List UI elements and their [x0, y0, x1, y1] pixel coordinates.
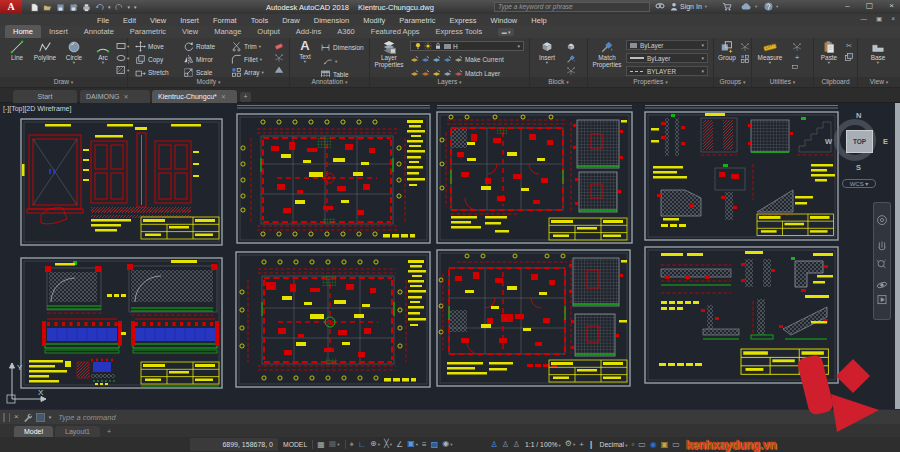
panel-label-layers[interactable]: Layers ▾: [370, 77, 529, 87]
tab-view[interactable]: View: [174, 25, 206, 38]
menu-file[interactable]: File: [90, 16, 116, 25]
circle-button[interactable]: Circle▾: [60, 39, 88, 65]
sheet-floor-plan-1[interactable]: [237, 114, 430, 243]
ungroup-icon[interactable]: [740, 42, 750, 52]
snap-mode-icon[interactable]: ▦▾: [329, 439, 340, 450]
panel-label-annotation[interactable]: Annotation ▾: [290, 77, 369, 87]
polyline-button[interactable]: Polyline: [31, 39, 59, 61]
qat-customize-icon[interactable]: ▾: [134, 4, 137, 10]
sheet-plan-sections-2[interactable]: [437, 250, 630, 386]
base-button[interactable]: Base▾: [864, 39, 892, 65]
new-layout-button[interactable]: +: [102, 426, 116, 437]
tab-insert[interactable]: Insert: [41, 25, 76, 38]
panel-label-view[interactable]: View ▾: [858, 77, 900, 87]
undo-icon[interactable]: [95, 3, 104, 12]
close-button[interactable]: ×: [889, 1, 894, 10]
search-icon[interactable]: [655, 2, 665, 11]
create-block-icon[interactable]: [566, 42, 576, 52]
tab-parametric[interactable]: Parametric: [122, 25, 174, 38]
plot-icon[interactable]: [82, 3, 91, 12]
annotation-scale-value[interactable]: 1:1 / 100%▾: [525, 441, 561, 448]
units-dropdown[interactable]: Decimal▾: [600, 441, 628, 448]
sheet-door-details[interactable]: [21, 119, 222, 245]
quick-properties-icon[interactable]: ▫: [631, 440, 634, 450]
workspace-switching-icon[interactable]: ⚙▾: [565, 439, 575, 450]
viewcube[interactable]: N S W E TOP WCS ▾: [830, 111, 888, 193]
ribbon-display-toggle-icon[interactable]: ▬ ▾: [498, 28, 514, 36]
annotation-visibility-icon[interactable]: ♙: [490, 440, 497, 450]
command-dropdown-icon[interactable]: ▾: [49, 414, 52, 420]
layer-tool-icon[interactable]: [454, 55, 463, 64]
move-button[interactable]: Move: [135, 41, 164, 52]
isolate-objects-icon[interactable]: ❙: [588, 440, 595, 450]
selection-cycling-icon[interactable]: ◉▾: [442, 439, 452, 450]
tab-close-icon[interactable]: ✕: [123, 93, 128, 100]
menu-help[interactable]: Help: [524, 16, 553, 25]
ellipse-icon[interactable]: [116, 53, 126, 63]
viewcube-north[interactable]: N: [856, 111, 861, 120]
viewcube-top-face[interactable]: TOP: [846, 130, 873, 153]
object-color-dropdown[interactable]: ByLayer▾: [626, 40, 708, 50]
new-tab-button[interactable]: +: [240, 92, 251, 102]
quick-select-icon[interactable]: +: [795, 54, 800, 62]
undo-dropdown-icon[interactable]: ▾: [108, 4, 111, 10]
sign-in-button[interactable]: Sign In ▾: [670, 2, 707, 11]
save-as-icon[interactable]: [69, 3, 78, 12]
command-input[interactable]: Type a command: [58, 413, 115, 422]
file-tab-kientruc-chungcu[interactable]: Kientruc-Chungcu*✕: [152, 90, 237, 103]
model-space-canvas[interactable]: [-][Top][2D Wireframe]: [0, 103, 900, 409]
annotation-scale-icon[interactable]: ♙: [513, 440, 520, 450]
menu-view[interactable]: View: [143, 16, 173, 25]
object-snap-tracking-icon[interactable]: ∠: [396, 440, 403, 450]
sheet-floor-plan-2[interactable]: [236, 252, 430, 387]
isometric-drafting-icon[interactable]: ╳▾: [384, 439, 392, 450]
rotate-button[interactable]: Rotate: [183, 41, 215, 52]
hatch-icon[interactable]: [116, 65, 126, 75]
store-cart-icon[interactable]: [722, 2, 732, 11]
polar-tracking-icon[interactable]: ⊕▾: [370, 439, 380, 450]
tab-express-tools[interactable]: Express Tools: [428, 25, 491, 38]
menu-parametric[interactable]: Parametric: [392, 16, 442, 25]
leader-button[interactable]: ▾: [322, 56, 337, 67]
command-close-icon[interactable]: ×: [14, 413, 19, 421]
drawing-content[interactable]: Y X: [0, 103, 900, 409]
tab-manage[interactable]: Manage: [206, 25, 249, 38]
panel-label-modify[interactable]: Modify ▾: [128, 77, 289, 87]
wcs-dropdown[interactable]: WCS ▾: [842, 179, 876, 188]
menu-insert[interactable]: Insert: [173, 16, 206, 25]
object-snap-icon[interactable]: ▣▾: [407, 439, 418, 450]
help-search-input[interactable]: Type a keyword or phrase: [494, 2, 650, 12]
quick-calc-icon[interactable]: [792, 64, 802, 74]
doc-restore-button[interactable]: ▣: [876, 15, 882, 23]
make-current-button[interactable]: Make Current: [465, 56, 504, 63]
layer-tool-icon[interactable]: [443, 55, 452, 64]
text-button[interactable]: A Text▾: [291, 39, 319, 64]
sheet-details-1[interactable]: [645, 112, 838, 240]
sheet-plan-sections-1[interactable]: [437, 112, 632, 243]
group-button[interactable]: Group: [714, 39, 740, 61]
panel-label-utilities[interactable]: Utilities ▾: [752, 77, 813, 87]
tab-output[interactable]: Output: [249, 25, 288, 38]
navigation-bar[interactable]: [873, 202, 891, 320]
redo-icon[interactable]: [115, 3, 124, 12]
autocad-logo-icon[interactable]: A: [0, 0, 22, 14]
lineweight-display-icon[interactable]: ≡: [422, 440, 427, 450]
redo-dropdown-icon[interactable]: ▾: [128, 4, 131, 10]
doc-close-button[interactable]: ×: [891, 15, 895, 23]
lineweight-dropdown[interactable]: ByLayer▾: [626, 53, 708, 63]
group-edit-icon[interactable]: [740, 54, 750, 64]
insert-button[interactable]: Insert▾: [533, 39, 561, 65]
tab-addins[interactable]: Add-ins: [288, 25, 329, 38]
id-point-icon[interactable]: [792, 42, 802, 52]
viewport-controls[interactable]: [-][Top][2D Wireframe]: [3, 105, 71, 112]
measure-button[interactable]: Measure▾: [755, 39, 785, 65]
clean-screen-icon[interactable]: ◉: [650, 440, 657, 450]
menu-window[interactable]: Window: [484, 16, 525, 25]
match-layer-button[interactable]: Match Layer: [465, 70, 500, 77]
copy-clip-icon[interactable]: [844, 52, 854, 62]
menu-format[interactable]: Format: [206, 16, 244, 25]
tab-close-icon[interactable]: ✕: [221, 93, 226, 100]
layer-properties-button[interactable]: Layer Properties: [372, 39, 406, 68]
trim-button[interactable]: Trim▾: [231, 41, 261, 52]
a360-cloud-icon[interactable]: ▾: [740, 2, 757, 11]
